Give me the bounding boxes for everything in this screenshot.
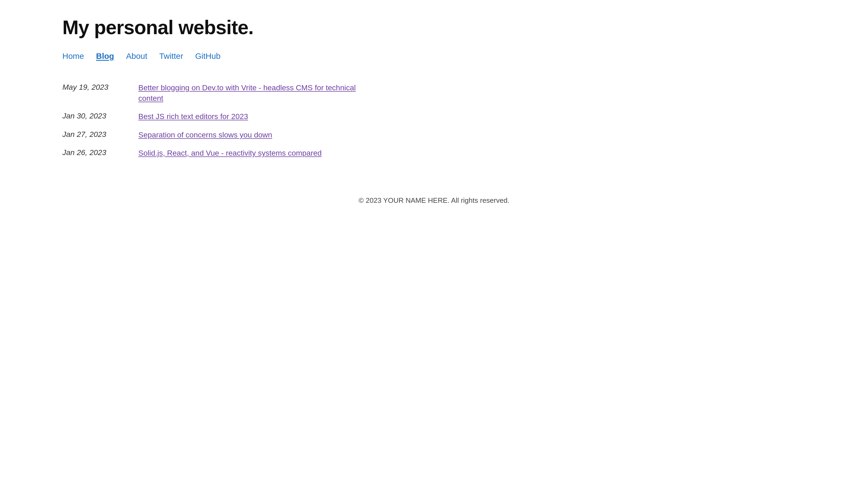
nav-item-about[interactable]: About — [126, 52, 147, 61]
blog-row: Jan 26, 2023Solid.js, React, and Vue - r… — [62, 148, 868, 158]
nav-item-blog[interactable]: Blog — [96, 52, 114, 61]
footer-text: © 2023 YOUR NAME HERE. All rights reserv… — [359, 196, 509, 204]
blog-date: Jan 26, 2023 — [62, 148, 122, 157]
blog-date: Jan 27, 2023 — [62, 130, 122, 139]
blog-row: Jan 30, 2023Best JS rich text editors fo… — [62, 111, 868, 122]
blog-row: May 19, 2023Better blogging on Dev.to wi… — [62, 83, 868, 104]
site-title: My personal website. — [62, 16, 868, 38]
blog-list: May 19, 2023Better blogging on Dev.to wi… — [62, 83, 868, 158]
blog-post-link[interactable]: Separation of concerns slows you down — [138, 130, 272, 140]
main-nav: HomeBlogAboutTwitterGitHub — [62, 52, 868, 61]
blog-date: Jan 30, 2023 — [62, 111, 122, 120]
nav-item-github[interactable]: GitHub — [195, 52, 220, 61]
blog-post-link[interactable]: Best JS rich text editors for 2023 — [138, 111, 248, 122]
blog-row: Jan 27, 2023Separation of concerns slows… — [62, 130, 868, 140]
blog-post-link[interactable]: Better blogging on Dev.to with Vrite - h… — [138, 83, 361, 104]
nav-item-home[interactable]: Home — [62, 52, 84, 61]
blog-post-link[interactable]: Solid.js, React, and Vue - reactivity sy… — [138, 148, 322, 158]
blog-date: May 19, 2023 — [62, 83, 122, 92]
footer: © 2023 YOUR NAME HERE. All rights reserv… — [0, 191, 868, 221]
nav-item-twitter[interactable]: Twitter — [159, 52, 183, 61]
